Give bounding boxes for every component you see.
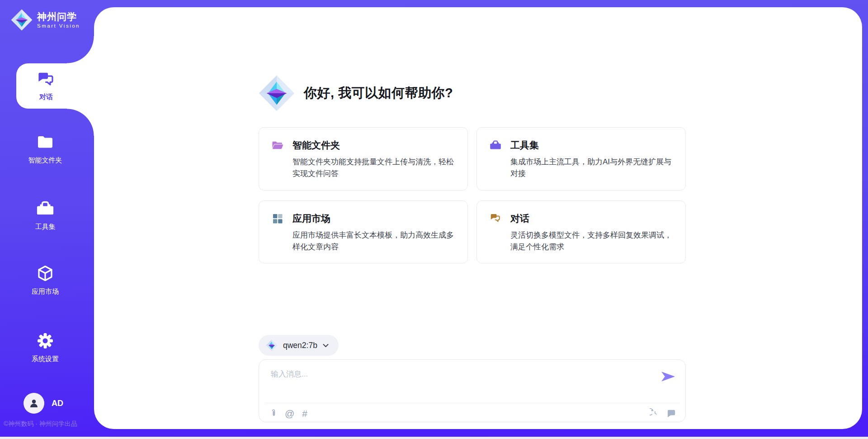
hash-icon[interactable]: # — [302, 409, 307, 418]
card-title: 对话 — [510, 212, 529, 225]
card-smart-folders[interactable]: 智能文件夹 智能文件夹功能支持批量文件上传与清洗，轻松实现文件问答 — [259, 127, 468, 191]
greeting-title: 你好, 我可以如何帮助你? — [304, 84, 453, 102]
message-input[interactable] — [270, 368, 651, 400]
folder-icon — [36, 133, 54, 151]
main-panel: 你好, 我可以如何帮助你? 智能文件夹 智能文件夹功能支持批量文件上传与清洗，轻… — [94, 7, 862, 429]
sidebar-item-toolset[interactable]: 工具集 — [0, 200, 90, 231]
user-account[interactable]: AD — [24, 393, 63, 414]
sidebar-item-app-market[interactable]: 应用市场 — [0, 264, 90, 296]
send-button[interactable] — [661, 371, 675, 382]
card-app-market[interactable]: 应用市场 应用市场提供丰富长文本模板，助力高效生成多样化文章内容 — [259, 200, 468, 264]
cube-icon — [36, 264, 54, 282]
card-title: 智能文件夹 — [292, 139, 340, 152]
attachment-icon[interactable] — [270, 408, 277, 418]
card-title: 应用市场 — [292, 212, 330, 225]
gear-icon — [36, 332, 54, 350]
card-description: 灵活切换多模型文件，支持多样回复效果调试，满足个性化需求 — [510, 229, 673, 253]
mention-icon[interactable]: @ — [285, 409, 294, 418]
sidebar-item-system-settings[interactable]: 系统设置 — [0, 332, 90, 363]
card-title: 工具集 — [510, 139, 539, 152]
toolbox-icon — [36, 200, 54, 218]
sidebar-item-label: 工具集 — [35, 223, 56, 231]
model-selector[interactable]: qwen2:7b — [259, 335, 339, 356]
user-name: AD — [52, 399, 63, 408]
card-description: 智能文件夹功能支持批量文件上传与清洗，轻松实现文件问答 — [292, 156, 455, 180]
sidebar-item-smart-folders[interactable]: 智能文件夹 — [0, 133, 90, 165]
chat-icon — [490, 213, 501, 224]
send-icon — [661, 371, 675, 382]
grid-icon — [272, 213, 283, 224]
copyright-footer: ©神州数码 · 神州问学出品 — [4, 420, 77, 428]
greeting-diamond-icon — [259, 75, 295, 111]
app-logo: 神州问学 Smart Vision — [11, 9, 80, 31]
chat-icon — [37, 71, 56, 90]
active-tab-bottom-curve — [67, 109, 94, 136]
user-icon — [28, 398, 39, 409]
page-bottom-strip — [0, 437, 868, 439]
history-icon[interactable] — [650, 408, 660, 418]
card-toolset[interactable]: 工具集 集成市场上主流工具，助力AI与外界无缝扩展与对接 — [476, 127, 686, 191]
greeting-block: 你好, 我可以如何帮助你? — [259, 7, 686, 111]
feedback-chat-icon[interactable] — [666, 408, 676, 418]
active-tab-top-curve — [67, 36, 94, 63]
toolbox-icon — [490, 139, 501, 151]
sidebar-item-label: 对话 — [39, 93, 53, 101]
card-description: 应用市场提供丰富长文本模板，助力高效生成多样化文章内容 — [292, 229, 455, 253]
chevron-down-icon — [323, 344, 329, 348]
folder-open-icon — [272, 139, 283, 151]
brand-diamond-icon — [11, 9, 33, 31]
feature-cards: 智能文件夹 智能文件夹功能支持批量文件上传与清洗，轻松实现文件问答 工具集 集成… — [259, 127, 686, 263]
brand-subtitle: Smart Vision — [37, 23, 80, 29]
sidebar-item-label: 应用市场 — [32, 287, 59, 296]
sidebar-item-label: 智能文件夹 — [28, 156, 62, 165]
composer-toolbar: @ # — [270, 405, 676, 421]
sidebar-item-chat[interactable]: 对话 — [16, 63, 98, 109]
card-description: 集成市场上主流工具，助力AI与外界无缝扩展与对接 — [510, 156, 673, 180]
message-composer: @ # — [259, 359, 686, 422]
composer-divider — [264, 403, 680, 403]
avatar — [24, 393, 44, 414]
model-name: qwen2:7b — [283, 341, 317, 350]
sidebar-item-label: 系统设置 — [32, 355, 59, 363]
card-chat[interactable]: 对话 灵活切换多模型文件，支持多样回复效果调试，满足个性化需求 — [476, 200, 686, 264]
model-diamond-icon — [266, 339, 278, 351]
brand-name: 神州问学 — [37, 11, 80, 22]
